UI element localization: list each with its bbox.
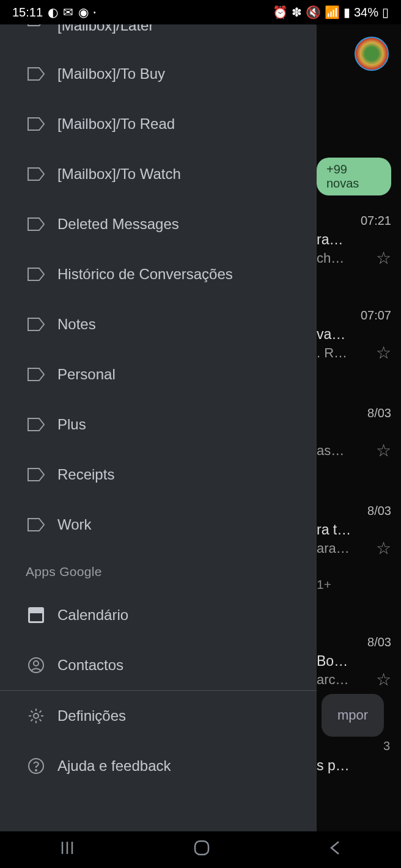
- settings-item[interactable]: Definições: [0, 691, 317, 741]
- calendar-icon: [10, 606, 46, 624]
- status-bar: 15:11 ◐ ✉ ◉ • ⏰ ✽ 🔇 📶 ▮ 34% ▯: [0, 0, 401, 24]
- status-right: ⏰ ✽ 🔇 📶 ▮ 34% ▯: [273, 5, 389, 20]
- email-sender-partial: s p…: [317, 757, 350, 774]
- label-text: Work: [57, 516, 92, 533]
- email-item[interactable]: 8/03 ra t… ara…☆: [317, 504, 391, 558]
- back-button[interactable]: [328, 839, 342, 861]
- app-item-contacts[interactable]: Contactos: [0, 640, 317, 690]
- svg-rect-1: [28, 607, 44, 613]
- label-text: Notes: [57, 316, 96, 333]
- gear-icon: [10, 707, 46, 725]
- new-messages-badge[interactable]: +99 novas: [317, 158, 391, 195]
- email-time: 07:07: [317, 308, 391, 326]
- label-text: [Mailbox]/Later: [57, 24, 153, 34]
- label-text: Receipts: [57, 466, 114, 483]
- app-item-calendar[interactable]: Calendário: [0, 590, 317, 640]
- label-item-to-read[interactable]: [Mailbox]/To Read: [0, 99, 317, 149]
- email-preview: as…: [317, 443, 344, 459]
- email-list-background: +99 novas 07:21 ra… ch…☆ 07:07 va… . R…☆…: [317, 24, 401, 831]
- label-item-work[interactable]: Work: [0, 500, 317, 550]
- label-icon: [10, 24, 46, 27]
- battery-icon: ▯: [382, 5, 389, 20]
- email-time: 8/03: [317, 635, 391, 653]
- label-icon: [10, 517, 46, 532]
- star-icon[interactable]: ☆: [376, 248, 391, 268]
- email-date-partial: 3: [383, 739, 390, 753]
- navigation-drawer: [Mailbox]/Later [Mailbox]/To Buy [Mailbo…: [0, 24, 317, 831]
- status-dot-icon: •: [94, 9, 96, 16]
- label-item-to-buy[interactable]: [Mailbox]/To Buy: [0, 49, 317, 99]
- label-icon: [10, 467, 46, 482]
- android-nav-bar: [0, 831, 401, 868]
- app-label: Contactos: [57, 657, 123, 674]
- label-text: Plus: [57, 416, 86, 433]
- label-icon: [10, 417, 46, 432]
- app-label: Calendário: [57, 607, 128, 624]
- email-sender: [317, 424, 391, 440]
- label-icon: [10, 267, 46, 282]
- email-time: 07:21: [317, 214, 391, 232]
- label-text: Deleted Messages: [57, 216, 179, 233]
- status-icon-1: ◐: [48, 5, 58, 20]
- label-icon: [10, 167, 46, 181]
- section-apps-google: Apps Google: [0, 550, 317, 590]
- star-icon[interactable]: ☆: [376, 343, 391, 363]
- email-item[interactable]: 8/03 Bo… arc…☆: [317, 635, 391, 690]
- label-item-deleted[interactable]: Deleted Messages: [0, 199, 317, 249]
- recents-button[interactable]: [59, 839, 76, 861]
- signal-icon: ▮: [344, 5, 350, 20]
- label-text: Histórico de Conversações: [57, 266, 233, 283]
- svg-rect-2: [30, 613, 42, 621]
- svg-point-4: [34, 661, 39, 666]
- star-icon[interactable]: ☆: [376, 538, 391, 558]
- label-item-historico[interactable]: Histórico de Conversações: [0, 249, 317, 299]
- label-item-later[interactable]: [Mailbox]/Later: [0, 24, 317, 49]
- compose-button[interactable]: mpor: [322, 694, 384, 737]
- status-icon-2: ◉: [78, 5, 89, 20]
- status-time: 15:11: [12, 5, 43, 20]
- help-label: Ajuda e feedback: [57, 757, 171, 775]
- wifi-icon: 📶: [325, 5, 340, 20]
- label-item-to-watch[interactable]: [Mailbox]/To Watch: [0, 149, 317, 199]
- email-sender: ra…: [317, 232, 391, 248]
- label-icon: [10, 317, 46, 332]
- thread-count: 1+: [317, 577, 391, 592]
- label-item-personal[interactable]: Personal: [0, 349, 317, 399]
- bluetooth-icon: ✽: [292, 5, 302, 20]
- email-item[interactable]: 8/03 as…☆: [317, 406, 391, 461]
- label-icon: [10, 67, 46, 81]
- email-time: 8/03: [317, 504, 391, 522]
- email-preview: ch…: [317, 250, 344, 266]
- email-item[interactable]: 07:07 va… . R…☆: [317, 308, 391, 363]
- help-icon: [10, 757, 46, 775]
- label-icon: [10, 117, 46, 131]
- email-sender: ra t…: [317, 522, 391, 538]
- mail-icon: ✉: [63, 5, 73, 20]
- email-preview: arc…: [317, 672, 349, 688]
- alarm-icon: ⏰: [273, 5, 288, 20]
- label-item-receipts[interactable]: Receipts: [0, 450, 317, 500]
- email-item[interactable]: 07:21 ra… ch…☆: [317, 214, 391, 268]
- profile-avatar[interactable]: [355, 37, 389, 71]
- settings-label: Definições: [57, 707, 126, 724]
- label-icon: [10, 217, 46, 232]
- label-text: [Mailbox]/To Watch: [57, 166, 181, 183]
- email-sender: Bo…: [317, 653, 391, 669]
- label-text: [Mailbox]/To Read: [57, 115, 175, 133]
- status-left: 15:11 ◐ ✉ ◉ •: [12, 5, 96, 20]
- email-preview: . R…: [317, 345, 347, 361]
- svg-point-7: [35, 770, 37, 771]
- star-icon[interactable]: ☆: [376, 669, 391, 690]
- battery-text: 34%: [354, 5, 378, 20]
- label-item-plus[interactable]: Plus: [0, 399, 317, 450]
- help-item[interactable]: Ajuda e feedback: [0, 741, 317, 791]
- label-text: Personal: [57, 366, 116, 383]
- label-text: [Mailbox]/To Buy: [57, 65, 165, 82]
- home-button[interactable]: [193, 839, 211, 861]
- star-icon[interactable]: ☆: [376, 440, 391, 461]
- email-sender: va…: [317, 326, 391, 343]
- label-icon: [10, 367, 46, 382]
- email-preview: ara…: [317, 541, 350, 556]
- email-time: 8/03: [317, 406, 391, 424]
- label-item-notes[interactable]: Notes: [0, 299, 317, 349]
